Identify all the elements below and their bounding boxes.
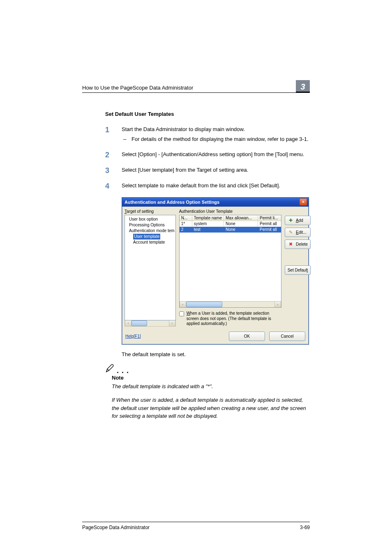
dialog-title: Authentication and Address Option Settin… — [125, 200, 219, 205]
cell-name: test — [192, 227, 224, 232]
note-body-2: If When the user is added, a default tem… — [112, 396, 310, 420]
table-row[interactable]: 2 test None Permit all — [180, 227, 281, 233]
dialog-titlebar[interactable]: Authentication and Address Option Settin… — [122, 198, 309, 207]
add-button[interactable]: ✚ Add — [285, 216, 311, 225]
table-scrollbar[interactable]: ‹ › — [180, 301, 281, 307]
step-1: Start the Data Administrator to display … — [82, 125, 310, 143]
step-list: Start the Data Administrator to display … — [82, 125, 310, 190]
template-table[interactable]: N... Template name Max allowan... Permit… — [179, 215, 281, 308]
step-4-text: Select template to make default from the… — [122, 182, 280, 189]
table-caption: Authentication User Template — [179, 209, 281, 214]
chapter-number: 3 — [300, 82, 305, 92]
scroll-left-icon[interactable]: ‹ — [180, 302, 186, 307]
page-footer: PageScope Data Administrator 3-69 — [82, 522, 310, 530]
scroll-right-icon[interactable]: › — [274, 302, 281, 307]
note-label: Note — [112, 375, 310, 381]
edit-button[interactable]: ✎ Edit... — [285, 228, 311, 237]
scroll-left-icon[interactable]: ‹ — [125, 320, 131, 326]
step-1-sub: For details of the method for displaying… — [122, 135, 310, 143]
pen-icon — [105, 363, 115, 373]
table-row[interactable]: 1* system None Permit all — [180, 221, 281, 227]
note-icon-row: . . . — [105, 363, 310, 373]
dialog-footer: Help[F1] OK Cancel — [122, 329, 309, 344]
ok-button[interactable]: OK — [229, 332, 265, 341]
result-caption: The default template is set. — [122, 351, 310, 357]
tree-column: Target of setting User box option Proces… — [125, 209, 176, 327]
close-button[interactable]: × — [300, 198, 307, 205]
section-heading: Set Default User Templates — [105, 111, 310, 117]
auto-apply-label: When a User is added, the template selec… — [187, 311, 281, 327]
target-tree[interactable]: User box option Processing Options Authe… — [125, 215, 176, 320]
tree-label-rest: arget of setting — [127, 209, 154, 214]
tree-scrollbar[interactable]: ‹ › — [125, 320, 176, 327]
delete-button-label: Delete — [296, 242, 308, 246]
tree-item-processing[interactable]: Processing Options — [126, 222, 175, 228]
scroll-right-icon[interactable]: › — [169, 320, 175, 326]
footer-right: 3-69 — [300, 525, 310, 530]
scroll-thumb[interactable] — [186, 302, 222, 307]
delete-button[interactable]: ✖ Delete — [285, 240, 311, 249]
set-default-button-label: Set Default — [288, 268, 308, 272]
help-link[interactable]: Help[F1] — [125, 334, 141, 339]
dialog-body: Target of setting User box option Proces… — [122, 207, 309, 329]
set-default-button[interactable]: Set Default — [285, 265, 311, 275]
ok-button-label: OK — [244, 334, 250, 339]
action-buttons: ✚ Add ✎ Edit... ✖ Delete Set Default — [285, 209, 311, 327]
tree-label: Target of setting — [125, 209, 176, 214]
cell-max: None — [224, 227, 258, 232]
cancel-button[interactable]: Cancel — [269, 332, 305, 341]
table-body: 1* system None Permit all 2 test None Pe… — [180, 221, 281, 301]
delete-icon: ✖ — [288, 242, 293, 247]
step-2: Select [Option] - [Authentication/Addres… — [82, 150, 310, 159]
note-dots: . . . — [117, 368, 129, 373]
scroll-track[interactable] — [131, 320, 169, 326]
embedded-dialog-figure: Authentication and Address Option Settin… — [122, 197, 310, 345]
cell-n: 1* — [180, 221, 192, 226]
note-body-1: The default template is indicated with a… — [112, 382, 310, 391]
step-3: Select [User template] from the Target o… — [82, 166, 310, 174]
edit-button-label: Edit... — [296, 230, 307, 235]
template-table-column: Authentication User Template N... Templa… — [179, 209, 281, 327]
step-4: Select template to make default from the… — [82, 182, 310, 190]
add-icon: ✚ — [288, 218, 293, 223]
tree-item-user-template[interactable]: User template — [126, 234, 175, 240]
col-permit[interactable]: Permit li... — [258, 215, 281, 221]
cell-n: 2 — [180, 227, 192, 232]
step-2-text: Select [Option] - [Authentication/Addres… — [122, 151, 304, 157]
auto-apply-checkbox[interactable] — [179, 311, 184, 316]
edit-icon: ✎ — [288, 230, 293, 235]
table-header[interactable]: N... Template name Max allowan... Permit… — [180, 215, 281, 221]
cancel-button-label: Cancel — [281, 334, 293, 339]
button-spacer — [285, 277, 311, 327]
running-head: How to Use the PageScope Data Administra… — [82, 80, 310, 93]
col-number[interactable]: N... — [180, 215, 192, 221]
footer-left: PageScope Data Administrator — [82, 525, 150, 530]
running-head-text: How to Use the PageScope Data Administra… — [82, 85, 193, 91]
scroll-track[interactable] — [186, 302, 274, 307]
add-button-label: Add — [296, 218, 303, 223]
col-max-allowance[interactable]: Max allowan... — [224, 215, 258, 221]
cell-permit: Permit all — [258, 227, 281, 232]
auto-apply-checkbox-row[interactable]: When a User is added, the template selec… — [179, 311, 281, 327]
step-3-text: Select [User template] from the Target o… — [122, 167, 248, 173]
close-icon: × — [302, 200, 304, 204]
tree-item-account-template[interactable]: Account template — [126, 240, 175, 245]
cell-max: None — [224, 221, 258, 226]
tree-item-user-box[interactable]: User box option — [126, 216, 175, 222]
step-1-text: Start the Data Administrator to display … — [122, 126, 245, 132]
option-settings-dialog: Authentication and Address Option Settin… — [122, 197, 309, 345]
col-template-name[interactable]: Template name — [192, 215, 224, 221]
page: How to Use the PageScope Data Administra… — [0, 0, 392, 555]
chapter-number-box: 3 — [296, 80, 310, 92]
button-gap — [285, 251, 311, 263]
tree-item-auth-mode[interactable]: Authentication mode tem — [126, 228, 175, 234]
cell-name: system — [192, 221, 224, 226]
cell-permit: Permit all — [258, 221, 281, 226]
dialog-footer-buttons: OK Cancel — [229, 332, 305, 341]
scroll-thumb[interactable] — [131, 320, 147, 326]
